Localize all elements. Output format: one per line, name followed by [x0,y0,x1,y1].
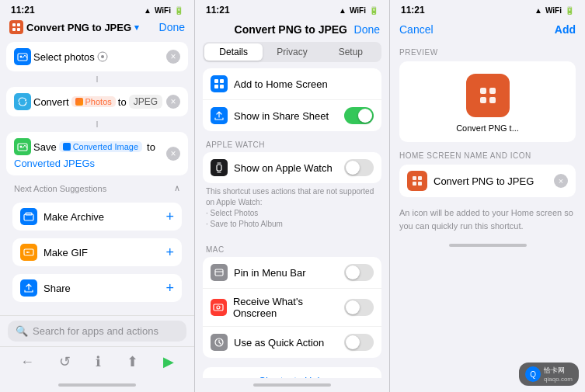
svg-point-9 [20,146,23,148]
svg-rect-16 [214,85,218,88]
convert-card[interactable]: Convert Photos to JPEG × [6,87,188,116]
tab-details[interactable]: Details [204,43,263,61]
settings-menu-bar[interactable]: Pin in Menu Bar [203,257,381,288]
suggestion-share-add[interactable]: + [165,280,174,297]
suggestion-archive-add[interactable]: + [165,209,174,225]
nav-done-1[interactable]: Done [159,21,185,33]
nav-chevron-1[interactable]: ▾ [134,23,139,33]
home-indicator-1 [0,378,194,392]
watermark-icon: Q [525,366,541,382]
svg-rect-20 [214,304,223,310]
home-screen-name: Convert PNG to JPEG [434,175,548,187]
suggestion-archive[interactable]: Make Archive + [12,203,182,231]
share-icon[interactable]: ⬆ [127,353,138,370]
apple-watch-toggle[interactable] [344,159,374,176]
home-bar-3 [449,244,527,247]
home-screen-input[interactable]: Convert PNG to JPEG × [399,165,576,197]
whats-onscreen-label: Receive What's Onscreen [233,296,344,319]
apple-watch-icon [211,159,228,176]
home-indicator-3 [390,238,585,252]
watermark-text: 恰卡网 qiaqo.com [544,366,573,383]
svg-point-7 [101,55,104,58]
clear-name-button[interactable]: × [554,174,568,188]
tab-privacy[interactable]: Privacy [263,43,321,61]
select-photos-remove[interactable]: × [166,50,180,64]
svg-rect-19 [215,269,223,276]
menu-bar-toggle[interactable] [344,264,374,281]
convert-icon [14,93,31,110]
tab-setup[interactable]: Setup [322,43,380,61]
mid-nav-title: Convert PNG to JPEG [235,23,347,36]
connector-2 [96,121,98,127]
settings-whats-onscreen[interactable]: Receive What's Onscreen [203,288,381,326]
refresh-icon[interactable]: ↺ [59,353,71,370]
panel-3: 11:21 ▲ WiFi 🔋 Cancel Add PREVIEW [390,0,585,392]
settings-share-sheet[interactable]: Show in Share Sheet [203,99,381,131]
settings-group-2: APPLE WATCH Show on Apple Watch [203,140,381,236]
settings-quick-action[interactable]: Use as Quick Action [203,326,381,358]
home-bar-1 [58,383,136,387]
cancel-button[interactable]: Cancel [399,23,434,36]
save-label: Save [33,141,57,153]
settings-apple-watch[interactable]: Show on Apple Watch [203,152,381,183]
whats-onscreen-toggle[interactable] [344,299,374,316]
save-content: Save Converted Image to Converted JPEGs [14,138,166,169]
select-photos-badge [97,51,108,62]
apple-watch-label: APPLE WATCH [203,140,381,152]
whats-onscreen-left: Receive What's Onscreen [211,296,344,319]
shortcut-icon-1 [9,20,23,34]
battery-icon-3: 🔋 [565,6,574,15]
suggestion-share[interactable]: Share + [12,274,182,302]
signal-icon: ▲ [144,6,151,15]
menu-bar-left: Pin in Menu Bar [211,264,306,281]
suggestion-share-left: Share [20,279,71,297]
settings-add-home[interactable]: Add to Home Screen [203,68,381,99]
mid-nav-done[interactable]: Done [354,23,380,36]
search-bar-1[interactable]: 🔍 Search for apps and actions [0,315,194,346]
convert-photos-badge: Photos [71,96,116,107]
svg-rect-30 [418,182,422,186]
watermark: Q 恰卡网 qiaqo.com [519,363,579,386]
convert-label: Convert [33,96,69,108]
panel-2: 11:21 ▲ WiFi 🔋 Convert PNG to JPEG Done … [195,0,390,392]
share-sheet-toggle[interactable] [344,107,374,124]
whats-onscreen-toggle-thumb [346,300,360,314]
home-indicator-2 [195,378,389,392]
wifi-icon-2: WiFi [350,6,366,15]
convert-remove[interactable]: × [166,95,180,109]
status-bar-1: 11:21 ▲ WiFi 🔋 [0,0,194,17]
preview-box: Convert PNG t... [399,61,576,142]
suggestion-gif-icon [20,244,37,261]
search-input-1[interactable]: 🔍 Search for apps and actions [8,321,186,342]
save-remove[interactable]: × [166,147,180,161]
app-icon-large [466,74,510,117]
svg-rect-4 [18,54,27,61]
select-photos-card[interactable]: Select photos × [6,42,188,71]
svg-rect-15 [220,79,224,83]
add-button[interactable]: Add [555,23,576,36]
quick-action-toggle[interactable] [344,334,374,351]
segment-tabs[interactable]: Details Privacy Setup [203,42,381,62]
share-sheet-toggle-thumb [358,109,372,123]
suggestions-header: Next Action Suggestions ∧ [6,180,188,196]
info-icon[interactable]: ℹ [96,353,101,370]
status-bar-3: 11:21 ▲ WiFi 🔋 [390,0,585,17]
shortcuts-help-btn[interactable]: Shortcuts Help [203,367,381,378]
svg-rect-25 [480,97,486,103]
whats-onscreen-icon [211,299,227,316]
suggestion-archive-left: Make Archive [20,208,104,225]
save-card[interactable]: Save Converted Image to Converted JPEGs … [6,132,188,175]
select-photos-label: Select photos [33,51,95,63]
suggestion-gif-add[interactable]: + [165,245,174,261]
suggestion-gif[interactable]: Make GIF + [12,238,182,266]
play-icon[interactable]: ▶ [163,353,174,370]
svg-point-21 [217,306,220,309]
app-icon-label: Convert PNG t... [456,123,519,133]
svg-rect-28 [418,176,422,180]
nav-title-text-1: Convert PNG to JPEG [26,22,131,33]
convert-jpeg-label[interactable]: JPEG [129,95,162,109]
suggestion-share-label: Share [44,283,71,294]
suggestion-gif-left: Make GIF [20,244,88,261]
back-icon[interactable]: ← [20,354,34,370]
mac-label: MAC [203,245,381,257]
